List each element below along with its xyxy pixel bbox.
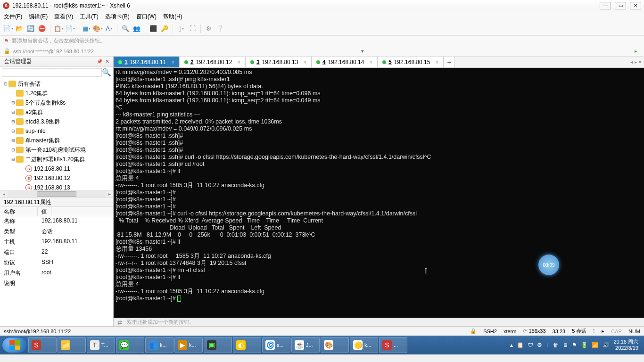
- task-item[interactable]: TT...: [87, 337, 115, 353]
- tree-folder[interactable]: ⊞sup-info: [0, 126, 113, 136]
- tab-close-icon[interactable]: ×: [304, 59, 306, 65]
- tree-session[interactable]: S192.168.80.13: [0, 183, 113, 190]
- tree-folder[interactable]: ⊞第一套a10机房测试环境: [0, 145, 113, 155]
- menu-edit[interactable]: 编辑(E): [29, 13, 48, 21]
- bluetooth-icon[interactable]: ᛒ: [546, 342, 549, 348]
- tree-folder[interactable]: ⊞a2集群: [0, 107, 113, 117]
- scroll-thumb[interactable]: [37, 191, 76, 197]
- tree-folder-open[interactable]: ⊟二进制部署k8s1.20集群: [0, 155, 113, 164]
- tab-close-icon[interactable]: ×: [238, 59, 240, 65]
- task-item[interactable]: S: [28, 337, 57, 353]
- reconnect-icon[interactable]: 🔄: [26, 25, 35, 33]
- scroll-left-icon[interactable]: ◂: [0, 191, 8, 197]
- task-item[interactable]: 📁: [58, 337, 86, 353]
- addr-go-icon[interactable]: ▸: [632, 48, 640, 54]
- tree-folder[interactable]: 1.20集群: [0, 89, 113, 98]
- menu-tools[interactable]: 工具(T): [80, 13, 98, 21]
- tray-up-icon[interactable]: ▴: [510, 342, 513, 348]
- menu-view[interactable]: 查看(V): [54, 13, 73, 21]
- status-overflow-icon[interactable]: ⁝: [593, 328, 595, 334]
- tree-label: 192.168.80.12: [34, 175, 70, 181]
- battery-icon[interactable]: 🔋: [581, 342, 588, 348]
- scroll-track[interactable]: [8, 191, 106, 197]
- tree-folder[interactable]: ⊞etcd3.3.9集群: [0, 117, 113, 126]
- taskbar-clock[interactable]: 20:16 周六 2022/3/19: [613, 339, 638, 351]
- help-icon[interactable]: ❔: [216, 25, 224, 33]
- fullscreen-icon[interactable]: ⛶: [188, 25, 197, 33]
- tree-session[interactable]: S192.168.80.11: [0, 164, 113, 173]
- folder-icon: [8, 81, 16, 87]
- tab-close-icon[interactable]: ×: [436, 59, 438, 65]
- flag-icon[interactable]: ⚑: [572, 342, 577, 348]
- quickbar-menu-icon[interactable]: ⇄: [117, 319, 122, 326]
- network-icon[interactable]: 📶: [592, 342, 599, 348]
- tab-menu-icon[interactable]: ▾: [639, 59, 641, 65]
- tab-1[interactable]: 1192.168.80.11×: [114, 57, 180, 67]
- settings-icon[interactable]: ⚙: [205, 25, 213, 33]
- maximize-button[interactable]: ▭: [615, 2, 626, 9]
- session-tree[interactable]: ⊟所有会话 1.20集群 ⊞5个节点集群k8s ⊞a2集群 ⊞etcd3.3.9…: [0, 78, 113, 190]
- task-item[interactable]: ◐: [233, 337, 261, 353]
- tab-add-button[interactable]: +: [444, 57, 455, 67]
- sidebar-close-icon[interactable]: ✕: [105, 58, 109, 65]
- menu-help[interactable]: 帮助(H): [163, 13, 182, 21]
- start-button[interactable]: [2, 337, 27, 353]
- search-input[interactable]: [2, 68, 102, 77]
- tab-2[interactable]: 2192.168.80.12×: [180, 57, 246, 67]
- menu-file[interactable]: 文件(F): [4, 13, 22, 21]
- paste-icon[interactable]: 📄: [66, 25, 74, 33]
- tray-icon[interactable]: 🖥: [562, 342, 568, 348]
- tab-5[interactable]: 5192.168.80.15×: [378, 57, 444, 67]
- task-item[interactable]: 🌀s...: [262, 337, 290, 353]
- tab-scroll-right-icon[interactable]: ▸: [635, 59, 637, 65]
- minimize-button[interactable]: —: [600, 2, 611, 9]
- grid-icon[interactable]: ▦: [82, 25, 91, 33]
- key-icon[interactable]: 🔑: [160, 25, 169, 33]
- volume-icon[interactable]: 🔊: [603, 342, 610, 348]
- tree-session[interactable]: S192.168.80.12: [0, 173, 113, 183]
- tab-close-icon[interactable]: ×: [370, 59, 372, 65]
- terminal[interactable]: rtt min/avg/max/mdev = 0.212/0.282/0.403…: [114, 68, 644, 318]
- copy-icon[interactable]: 📋: [54, 25, 63, 33]
- tray-icon[interactable]: 🛡: [528, 342, 533, 348]
- task-item[interactable]: ☕J...: [291, 337, 320, 353]
- tray-icon[interactable]: 📋: [517, 342, 524, 348]
- sidebar-hscroll[interactable]: ◂ ▸: [0, 190, 113, 197]
- folder-icon: [16, 156, 24, 163]
- task-item[interactable]: S...: [379, 337, 407, 353]
- task-item[interactable]: ▶k...: [174, 337, 203, 353]
- tree-folder[interactable]: ⊞5个节点集群k8s: [0, 98, 113, 107]
- search-icon[interactable]: 🔍: [102, 68, 111, 77]
- task-item[interactable]: ▣: [204, 337, 232, 353]
- tab-4[interactable]: 4192.168.80.14×: [312, 57, 378, 67]
- find-icon[interactable]: 🔍: [121, 25, 130, 33]
- users-icon[interactable]: 👥: [132, 25, 141, 33]
- layout-icon[interactable]: ▯: [177, 25, 185, 33]
- tab-scroll-left-icon[interactable]: ◂: [630, 59, 633, 65]
- task-item[interactable]: 🎨: [321, 337, 349, 353]
- quick-button-bar[interactable]: ⇄ 双击此处添加一个新的按钮。: [114, 318, 644, 326]
- scroll-right-icon[interactable]: ▸: [106, 191, 113, 197]
- stop-icon[interactable]: ⬛: [149, 25, 157, 33]
- task-item[interactable]: 🟡k...: [350, 337, 378, 353]
- terminal-line: 总用量 4: [116, 281, 642, 288]
- tray-icon[interactable]: ⚙: [537, 342, 542, 348]
- pin-icon[interactable]: 📌: [97, 59, 102, 64]
- addr-dropdown-icon[interactable]: ▾: [358, 48, 367, 54]
- menu-tab[interactable]: 选项卡(B): [105, 13, 130, 21]
- color-icon[interactable]: 🎨: [93, 25, 102, 33]
- tab-3[interactable]: 3192.168.80.13×: [246, 57, 312, 67]
- tray-icon[interactable]: 🗑: [553, 342, 559, 348]
- open-session-icon[interactable]: 📂: [15, 25, 24, 33]
- font-icon[interactable]: A: [105, 25, 113, 33]
- tree-folder[interactable]: ⊞单master集群: [0, 136, 113, 145]
- task-item[interactable]: 👥k...: [145, 337, 173, 353]
- tree-root[interactable]: ⊟所有会话: [0, 79, 113, 89]
- new-session-icon[interactable]: 📄: [4, 25, 12, 33]
- close-button[interactable]: ✕: [630, 2, 641, 9]
- task-item[interactable]: 💬: [116, 337, 144, 353]
- disconnect-icon[interactable]: ⛔: [38, 25, 46, 33]
- menu-window[interactable]: 窗口(W): [136, 13, 157, 21]
- status-expand-icon[interactable]: ▸: [602, 328, 604, 334]
- tab-close-icon[interactable]: ×: [172, 59, 174, 65]
